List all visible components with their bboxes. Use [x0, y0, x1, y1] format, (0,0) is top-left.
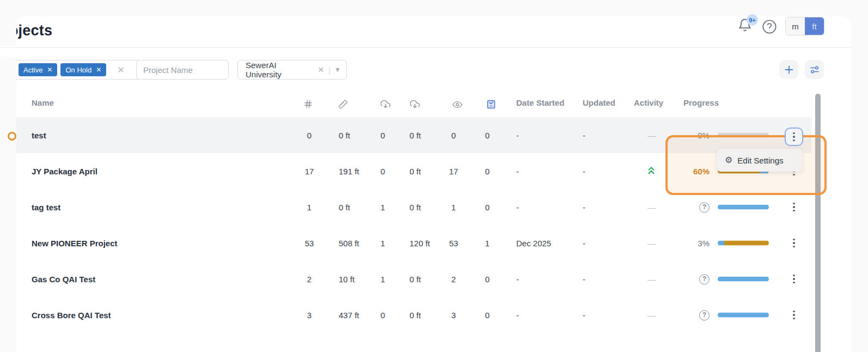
updated-value: - [583, 131, 585, 140]
length2-value: 0 ft [409, 311, 421, 320]
activity-double-chevron-up-icon [647, 166, 656, 177]
table-row[interactable]: Cross Bore QAI Test 3 437 ft 0 0 ft 3 0 … [16, 297, 811, 333]
progress-label: 3% [671, 239, 710, 248]
certified-value: 0 [485, 275, 490, 284]
length-value: 508 ft [339, 239, 359, 248]
vertical-scrollbar[interactable] [815, 94, 821, 352]
length2-value: 120 ft [409, 239, 430, 248]
activity-dash-icon: — [647, 311, 655, 320]
context-menu[interactable]: ⚙ Edit Settings [717, 149, 802, 172]
add-project-button[interactable] [779, 60, 798, 79]
views-value: 1 [451, 203, 456, 212]
divider-notch [0, 46, 17, 57]
table-row[interactable]: New PIONEER Project 53 508 ft 1 120 ft 5… [16, 225, 811, 261]
count2-value: 0 [381, 131, 385, 140]
updated-value: - [583, 239, 585, 248]
table-row[interactable]: Gas Co QAI Test 2 10 ft 1 0 ft 2 0 - - —… [16, 261, 811, 297]
row-menu-button[interactable] [785, 270, 803, 288]
help-icon[interactable] [762, 19, 777, 34]
cloud-download-icon[interactable] [380, 99, 391, 110]
title-strip: Projects [16, 16, 289, 47]
progress-unknown-icon[interactable]: ? [699, 310, 710, 320]
projects-panel: Projects 9+ m ft Active ✕ On Hold ✕ [16, 16, 851, 352]
progress-bar [718, 241, 769, 246]
project-name[interactable]: Cross Bore QAI Test [32, 311, 111, 320]
views-value: 0 [451, 131, 456, 140]
views-value: 3 [451, 311, 456, 320]
organization-select[interactable]: SewerAI University ✕ | ▼ [237, 60, 347, 80]
project-name[interactable]: test [32, 131, 46, 140]
page-title: Projects [16, 22, 52, 39]
column-header-progress[interactable]: Progress [683, 98, 719, 107]
length-value: 0 ft [339, 203, 350, 212]
clear-organization-icon[interactable]: ✕ [314, 65, 327, 74]
count2-value: 0 [381, 311, 385, 320]
status-chip-on-hold[interactable]: On Hold ✕ [60, 63, 106, 76]
count2-value: 1 [381, 239, 385, 248]
remove-chip-icon[interactable]: ✕ [96, 66, 101, 74]
certificate-icon[interactable] [486, 99, 496, 110]
length2-value: 0 ft [409, 131, 421, 140]
unit-toggle: m ft [785, 17, 824, 35]
project-name[interactable]: tag test [32, 203, 60, 212]
status-chip-label: Active [23, 66, 42, 74]
progress-bar [718, 133, 769, 138]
updated-value: - [583, 167, 585, 176]
date-started-value: - [516, 275, 519, 284]
ruler-icon[interactable] [338, 99, 349, 110]
chevron-down-icon[interactable]: ▼ [332, 66, 341, 74]
notifications-badge: 9+ [747, 14, 758, 26]
row-menu-button[interactable] [785, 234, 803, 252]
count-value: 0 [307, 131, 311, 140]
gear-icon: ⚙ [725, 156, 732, 165]
unit-toggle-m[interactable]: m [786, 17, 805, 35]
certified-value: 0 [485, 167, 490, 176]
column-header-name[interactable]: Name [32, 98, 54, 107]
clear-status-filter-icon[interactable]: ✕ [117, 65, 124, 75]
updated-value: - [583, 275, 585, 284]
remove-chip-icon[interactable]: ✕ [47, 66, 52, 74]
hash-icon[interactable] [303, 99, 313, 109]
unit-toggle-ft[interactable]: ft [805, 17, 824, 35]
status-ring-icon [8, 132, 16, 141]
activity-dash-icon: — [647, 203, 655, 212]
length-value: 191 ft [339, 167, 359, 176]
views-value: 17 [449, 167, 459, 176]
row-menu-button[interactable] [785, 306, 803, 324]
date-started-value: - [516, 167, 519, 176]
project-name[interactable]: JY Package April [32, 167, 97, 176]
column-header-date-started[interactable]: Date Started [516, 98, 564, 107]
count-value: 53 [305, 239, 314, 248]
context-menu-item-edit-settings[interactable]: Edit Settings [737, 156, 783, 165]
column-header-updated[interactable]: Updated [583, 98, 615, 107]
progress-unknown-icon[interactable]: ? [699, 274, 710, 284]
progress-bar [718, 313, 769, 318]
table-header: Name [16, 96, 811, 117]
filter-bar: Active ✕ On Hold ✕ ✕ SewerAI University … [16, 56, 851, 84]
progress-bar [718, 205, 769, 210]
certified-value: 0 [485, 131, 490, 140]
progress-label: ? [671, 309, 710, 320]
row-menu-button[interactable] [785, 198, 803, 216]
eye-icon[interactable] [452, 99, 463, 110]
project-name[interactable]: New PIONEER Project [32, 239, 118, 248]
count-value: 17 [305, 167, 314, 176]
table-row[interactable]: tag test 1 0 ft 1 0 ft 1 0 - - — ? [16, 189, 811, 225]
row-menu-button-focused[interactable] [785, 128, 803, 146]
column-settings-button[interactable] [805, 60, 824, 79]
date-started-value: Dec 2025 [516, 239, 551, 248]
progress-unknown-icon[interactable]: ? [699, 202, 710, 213]
table-row[interactable]: JY Package April 17 191 ft 0 0 ft 17 0 -… [16, 153, 811, 189]
column-header-activity[interactable]: Activity [634, 98, 663, 107]
status-chip-label: On Hold [65, 66, 91, 74]
status-filter-box[interactable]: Active ✕ On Hold ✕ ✕ [16, 60, 144, 80]
table-row[interactable]: test 0 0 ft 0 0 ft 0 0 - - — 0% [16, 117, 811, 153]
project-name-input[interactable] [136, 60, 229, 80]
project-name[interactable]: Gas Co QAI Test [32, 275, 95, 284]
cloud-download-icon[interactable] [409, 99, 420, 110]
activity-dash-icon: — [647, 131, 655, 140]
progress-label: 60% [671, 167, 710, 176]
date-started-value: - [516, 131, 519, 140]
status-chip-active[interactable]: Active ✕ [19, 63, 57, 76]
progress-label: 0% [671, 131, 710, 140]
